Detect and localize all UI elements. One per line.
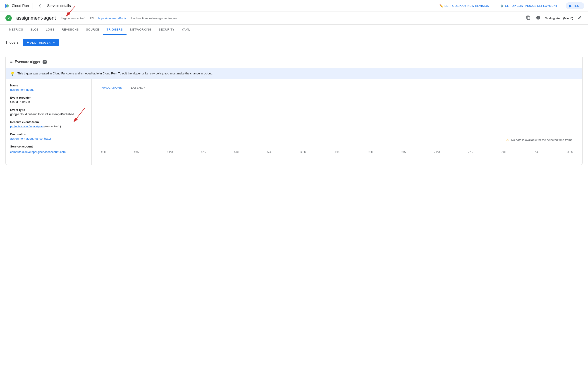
detail-name: Name assignment-agent-	[10, 84, 87, 91]
time-label-10: 7 PM	[434, 151, 440, 153]
time-label-1: 4:45	[134, 151, 138, 153]
dropdown-chevron-icon: ▼	[53, 41, 55, 44]
service-meta: Region: us-central1 URL: https://us-cent…	[60, 17, 178, 20]
chart-area: INVOCATIONS LATENCY ⚠ No data is availab…	[92, 79, 582, 165]
service-account-value[interactable]: compute@developer.gserviceaccount.com	[10, 150, 66, 154]
receive-events-label: Receive events from	[10, 120, 87, 124]
triggers-section-title: Triggers	[5, 41, 19, 45]
info-icon[interactable]	[535, 14, 541, 22]
receive-events-link[interactable]: projects/civil-c	[10, 125, 29, 128]
tab-yaml[interactable]: YAML	[178, 25, 193, 35]
detail-event-provider: Event provider Cloud Pub/Sub	[10, 96, 87, 103]
tab-triggers[interactable]: TRIGGERS	[103, 25, 126, 35]
nav-actions: ✏️ EDIT & DEPLOY NEW REVISION ⚙️ SET UP …	[437, 2, 584, 10]
no-data-message: ⚠ No data is available for the selected …	[506, 138, 573, 142]
tab-metrics[interactable]: METRICS	[5, 25, 27, 35]
chart-tab-latency[interactable]: LATENCY	[126, 84, 150, 92]
receive-events-suffix: (us-central1)	[43, 125, 61, 128]
app-logo: Cloud Run	[4, 3, 29, 9]
info-banner-text: This trigger was created in Cloud Functi…	[17, 71, 213, 76]
continuous-deploy-button[interactable]: ⚙️ SET UP CONTINUOUS DEPLOYMENT	[497, 2, 560, 10]
event-provider-label: Event provider	[10, 96, 87, 99]
play-icon: ▶	[569, 4, 572, 8]
test-label: TEST	[573, 4, 581, 8]
edit-deploy-label: EDIT & DEPLOY NEW REVISION	[444, 4, 489, 8]
trigger-panel-header: ≡ Eventarc trigger ?	[6, 56, 582, 68]
status-icon: ✓	[5, 15, 12, 21]
eventarc-trigger-panel: ≡ Eventarc trigger ? 💡 This trigger was …	[5, 56, 583, 165]
detail-receive-events: Receive events from projects/civil-c/top…	[10, 120, 87, 128]
copy-icon[interactable]	[525, 14, 531, 22]
chart-tabs: INVOCATIONS LATENCY	[96, 84, 578, 92]
time-label-3: 5:15	[201, 151, 206, 153]
tab-revisions[interactable]: REVISIONS	[58, 25, 82, 35]
tab-networking[interactable]: NETWORKING	[126, 25, 155, 35]
receive-events-value: projects/civil-c/topics/plan (us-central…	[10, 125, 87, 128]
detail-event-type: Event type google.cloud.pubsub.topic.v1.…	[10, 108, 87, 116]
trigger-content: Name assignment-agent- Event provider Cl…	[6, 79, 582, 165]
url-label: URL:	[89, 17, 95, 20]
app-name: Cloud Run	[12, 4, 29, 8]
url-suffix: .cloudfunctions.net/assignment-agent	[129, 17, 178, 20]
bulb-icon: 💡	[10, 72, 15, 76]
time-label-14: 8 PM	[567, 151, 573, 153]
time-label-13: 7:45	[534, 151, 539, 153]
region-label: Region: us-central1	[60, 17, 86, 20]
continuous-deploy-label: SET UP CONTINUOUS DEPLOYMENT	[505, 4, 557, 8]
service-account-label: Service account	[10, 145, 87, 148]
list-format-icon: ≡	[10, 60, 13, 64]
plus-icon: +	[27, 41, 29, 45]
event-provider-value: Cloud Pub/Sub	[10, 100, 87, 103]
event-type-value: google.cloud.pubsub.topic.v1.messagePubl…	[10, 113, 87, 116]
topics-link[interactable]: /topics/plan	[29, 125, 44, 128]
chart-x-axis: 4:30 4:45 5 PM 5:15 5:30 5:45 6 PM 6:15 …	[101, 149, 573, 153]
event-type-label: Event type	[10, 108, 87, 112]
triggers-header: Triggers + ADD TRIGGER ▼	[0, 35, 588, 50]
time-label-12: 7:30	[501, 151, 506, 153]
service-account-underline	[10, 149, 24, 149]
warning-triangle-icon: ⚠	[506, 138, 509, 142]
info-banner: 💡 This trigger was created in Cloud Func…	[6, 68, 582, 79]
time-label-9: 6:45	[401, 151, 406, 153]
tab-slos[interactable]: SLOS	[27, 25, 42, 35]
trigger-panel-title: Eventarc trigger	[15, 60, 41, 64]
help-icon[interactable]: ?	[42, 60, 47, 64]
tab-source[interactable]: SOURCE	[82, 25, 103, 35]
top-navigation: Cloud Run Service details ✏️ EDIT & DEPL…	[0, 0, 588, 12]
add-trigger-button[interactable]: + ADD TRIGGER ▼	[23, 39, 59, 46]
page-title: Service details	[47, 4, 71, 8]
service-name: assignment-agent	[16, 15, 56, 21]
tab-security[interactable]: SECURITY	[155, 25, 178, 35]
gear-icon: ⚙️	[500, 4, 504, 8]
destination-value[interactable]: assignment-agent (us-central1)	[10, 137, 51, 140]
name-value[interactable]: assignment-agent-	[10, 88, 35, 91]
chart-tab-invocations[interactable]: INVOCATIONS	[96, 84, 126, 92]
add-trigger-label: ADD TRIGGER	[30, 41, 51, 44]
time-label-5: 5:45	[267, 151, 272, 153]
trigger-details: Name assignment-agent- Event provider Cl…	[6, 79, 92, 165]
nav-divider	[32, 3, 33, 9]
detail-service-account: Service account compute@developer.gservi…	[10, 145, 87, 154]
detail-destination: Destination assignment-agent (us-central…	[10, 133, 87, 140]
edit-deploy-button[interactable]: ✏️ EDIT & DEPLOY NEW REVISION	[437, 2, 492, 10]
service-url[interactable]: https://us-central1-civ	[98, 17, 126, 20]
name-label: Name	[10, 84, 87, 87]
service-header: ✓ assignment-agent Region: us-central1 U…	[0, 12, 588, 25]
back-button[interactable]	[36, 2, 45, 10]
time-label-4: 5:30	[234, 151, 239, 153]
time-label-0: 4:30	[101, 151, 105, 153]
time-label-11: 7:15	[468, 151, 473, 153]
scaling-label: Scaling: Auto (Min: 0)	[545, 17, 573, 20]
time-label-6: 6 PM	[301, 151, 306, 153]
edit-deploy-icon: ✏️	[439, 4, 443, 8]
time-label-2: 5 PM	[167, 151, 173, 153]
edit-scaling-icon[interactable]	[577, 15, 583, 21]
no-data-text: No data is available for the selected ti…	[511, 138, 573, 142]
cloud-run-logo-icon	[4, 3, 10, 9]
header-actions: Scaling: Auto (Min: 0)	[525, 14, 583, 22]
destination-label: Destination	[10, 133, 87, 136]
tab-logs[interactable]: LOGS	[42, 25, 58, 35]
test-button[interactable]: ▶ TEST	[566, 2, 584, 9]
svg-marker-1	[7, 4, 9, 8]
time-label-8: 6:30	[368, 151, 373, 153]
